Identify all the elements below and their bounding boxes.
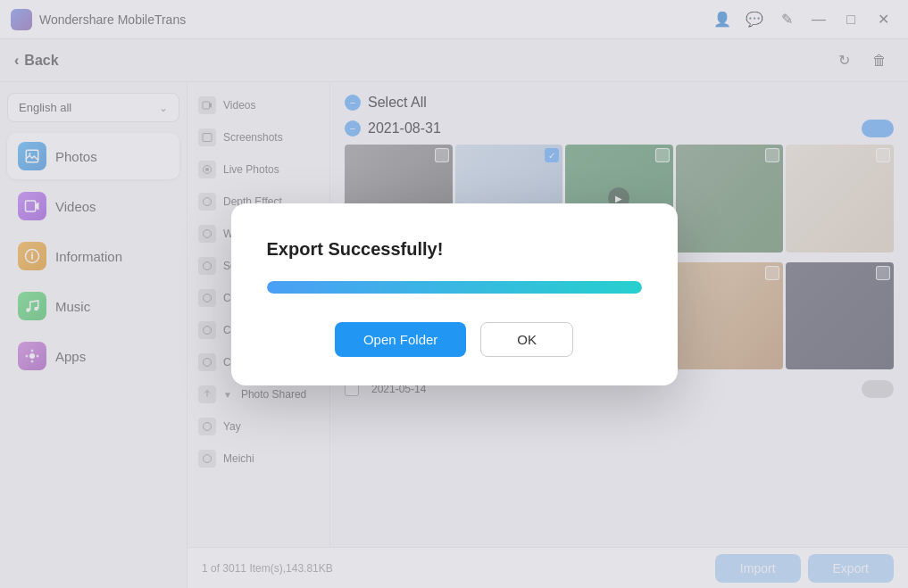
export-success-modal: Export Successfully! Open Folder OK (231, 203, 678, 385)
open-folder-button[interactable]: Open Folder (335, 322, 466, 357)
ok-button[interactable]: OK (480, 322, 573, 357)
modal-overlay: Export Successfully! Open Folder OK (0, 0, 908, 588)
modal-title: Export Successfully! (267, 239, 444, 260)
modal-buttons: Open Folder OK (335, 322, 573, 357)
progress-bar-wrap (267, 281, 642, 294)
progress-bar-fill (267, 281, 642, 294)
